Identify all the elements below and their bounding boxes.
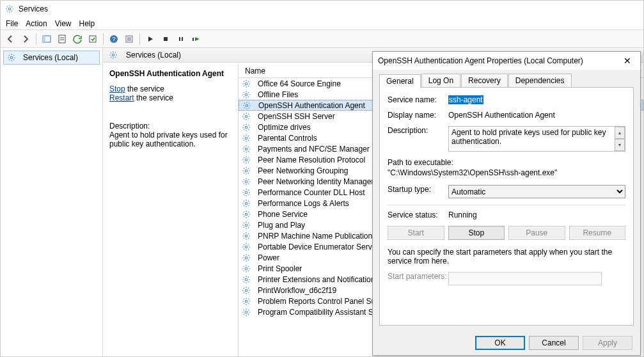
dialog-titlebar: OpenSSH Authentication Agent Properties … — [373, 52, 640, 70]
ok-button[interactable]: OK — [475, 336, 525, 350]
hint-text: You can specify the start parameters tha… — [388, 248, 625, 266]
pause-service-button[interactable] — [174, 32, 188, 46]
svg-point-21 — [246, 104, 248, 107]
svg-point-0 — [8, 8, 11, 10]
tab-recovery[interactable]: Recovery — [461, 74, 508, 87]
gear-icon — [241, 111, 251, 122]
toolbar-separator — [103, 33, 104, 45]
startup-type-select[interactable]: Automatic — [448, 185, 625, 198]
service-control-buttons: Start Stop Pause Resume — [388, 226, 625, 240]
svg-point-27 — [245, 170, 247, 172]
svg-point-36 — [245, 267, 247, 270]
tab-logon[interactable]: Log On — [421, 74, 460, 87]
label-service-status: Service status: — [388, 210, 448, 219]
menu-file[interactable]: File — [6, 19, 18, 28]
svg-rect-13 — [164, 37, 168, 41]
toolbar-separator — [36, 33, 36, 45]
service-name: Peer Name Resolution Protocol — [258, 155, 365, 164]
svg-rect-2 — [43, 36, 45, 42]
stop-service-button[interactable] — [159, 32, 173, 46]
stop-button[interactable]: Stop — [448, 226, 505, 240]
menu-bar: File Action View Help — [1, 17, 643, 30]
menu-view[interactable]: View — [55, 19, 72, 28]
scroll-down-icon[interactable]: ▼ — [615, 139, 625, 151]
selected-service-name: OpenSSH Authentication Agent — [109, 69, 232, 78]
svg-text:?: ? — [112, 36, 115, 42]
pause-button[interactable]: Pause — [508, 226, 565, 240]
start-service-button[interactable] — [143, 32, 157, 46]
refresh-button[interactable] — [70, 32, 84, 46]
tab-general[interactable]: General — [379, 74, 421, 88]
gear-icon — [6, 52, 17, 63]
close-button[interactable]: ✕ — [620, 54, 635, 67]
svg-point-26 — [245, 159, 247, 161]
properties-sheet-button[interactable] — [122, 32, 136, 46]
tree-item-services-local[interactable]: Services (Local) — [3, 51, 100, 65]
properties-dialog: OpenSSH Authentication Agent Properties … — [372, 51, 641, 356]
help-button[interactable]: ? — [107, 32, 121, 46]
gear-icon — [241, 220, 251, 230]
svg-point-37 — [245, 278, 247, 281]
dialog-footer: OK Cancel Apply — [373, 331, 640, 355]
service-name: Peer Networking Grouping — [258, 166, 348, 175]
service-name: PrintWorkflow_d6c2f19 — [258, 286, 336, 295]
label-service-name: Service name: — [388, 95, 448, 104]
restart-link[interactable]: Restart — [109, 93, 134, 102]
divider — [388, 205, 625, 205]
gear-icon — [241, 253, 251, 263]
svg-rect-16 — [192, 38, 194, 41]
svg-point-25 — [245, 148, 247, 150]
svg-point-19 — [245, 83, 247, 85]
stop-line: Stop the service — [109, 84, 232, 93]
value-path: "C:\Windows\System32\OpenSSH\ssh-agent.e… — [388, 168, 625, 177]
stop-link[interactable]: Stop — [109, 84, 125, 93]
gear-icon — [242, 100, 252, 111]
toolbar-separator — [139, 33, 140, 45]
restart-service-button[interactable] — [189, 32, 203, 46]
tab-content-general: Service name: ssh-agent Display name: Op… — [379, 88, 634, 326]
service-name: Print Spooler — [258, 264, 302, 273]
menu-help[interactable]: Help — [79, 19, 95, 28]
back-button[interactable] — [3, 32, 17, 46]
service-name: Performance Logs & Alerts — [258, 199, 349, 208]
service-name: Offline Files — [258, 90, 298, 99]
tree-item-label: Services (Local) — [23, 53, 78, 62]
start-button[interactable]: Start — [388, 226, 444, 240]
properties-button[interactable] — [55, 32, 69, 46]
gear-icon — [241, 133, 251, 143]
start-parameters-input[interactable] — [448, 272, 602, 285]
service-name: Power — [258, 253, 279, 262]
service-name: Portable Device Enumerator Service — [258, 242, 382, 251]
tab-dependencies[interactable]: Dependencies — [508, 74, 572, 87]
label-display-name: Display name: — [388, 111, 448, 120]
label-startup-type: Startup type: — [388, 185, 448, 194]
scroll-up-icon[interactable]: ▲ — [615, 127, 625, 139]
gear-icon — [241, 209, 251, 219]
apply-button[interactable]: Apply — [583, 336, 632, 350]
cancel-button[interactable]: Cancel — [529, 336, 579, 350]
description-scroll[interactable]: ▲▼ — [615, 127, 625, 151]
service-name: Performance Counter DLL Host — [258, 188, 365, 197]
value-service-name[interactable]: ssh-agent — [448, 95, 483, 104]
service-name: Printer Extensions and Notifications — [258, 275, 379, 284]
resume-button[interactable]: Resume — [569, 226, 626, 240]
svg-point-33 — [245, 235, 247, 237]
gear-icon — [241, 242, 251, 252]
toolbar: ? — [1, 30, 643, 48]
gear-icon — [241, 166, 251, 176]
gear-icon — [241, 177, 251, 187]
service-name: Program Compatibility Assistant Servic — [258, 308, 389, 317]
forward-button[interactable] — [19, 32, 33, 46]
svg-point-20 — [245, 93, 247, 96]
service-name: Payments and NFC/SE Manager — [258, 145, 370, 154]
show-hide-tree-button[interactable] — [40, 32, 54, 46]
service-name: Optimize drives — [258, 123, 311, 132]
gear-icon — [241, 122, 251, 132]
tree-pane: Services (Local) — [1, 48, 103, 356]
svg-rect-15 — [182, 37, 183, 41]
menu-action[interactable]: Action — [26, 19, 47, 28]
description-box[interactable]: Agent to hold private keys used for publ… — [448, 126, 625, 152]
restart-line: Restart the service — [109, 93, 232, 102]
svg-point-39 — [245, 300, 247, 303]
export-button[interactable] — [86, 32, 100, 46]
